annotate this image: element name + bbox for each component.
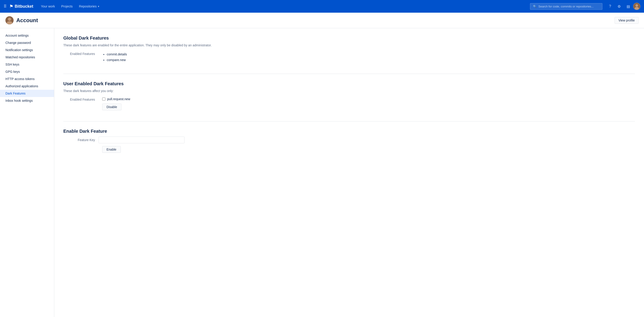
main-content: Global Dark Features These dark features… — [54, 28, 644, 317]
main-layout: Account settings Change password Notific… — [0, 28, 644, 317]
enable-button[interactable]: Enable — [102, 146, 121, 153]
disable-button[interactable]: Disable — [102, 104, 122, 110]
user-dark-features-section: User Enabled Dark Features These dark fe… — [63, 81, 635, 110]
svg-point-1 — [636, 4, 638, 7]
help-icon-btn[interactable]: ? — [606, 2, 614, 10]
repos-arrow-icon: ▾ — [98, 5, 99, 8]
sidebar-item-authorized-applications[interactable]: Authorized applications — [0, 82, 54, 90]
messages-icon-btn[interactable]: ▤ — [624, 2, 632, 10]
global-section-title: Global Dark Features — [63, 36, 635, 41]
user-enabled-label: Enabled Features — [63, 97, 95, 101]
sidebar-item-notification-settings[interactable]: Notification settings — [0, 46, 54, 54]
pull-request-new-checkbox[interactable] — [102, 98, 105, 100]
search-icon: 🔍 — [533, 5, 536, 8]
list-item: commit.details — [107, 52, 127, 57]
search-bar[interactable]: 🔍 Search for code, commits or repositori… — [530, 3, 602, 10]
sidebar-item-account-settings[interactable]: Account settings — [0, 32, 54, 39]
global-dark-features-section: Global Dark Features These dark features… — [63, 36, 635, 63]
sidebar-item-gpg-keys[interactable]: GPG keys — [0, 68, 54, 75]
enable-dark-feature-section: Enable Dark Feature Feature Key Enable — [63, 129, 635, 153]
page-header: Account View profile — [0, 13, 644, 28]
user-enabled-features-row: Enabled Features pull.request.new Disabl… — [63, 97, 635, 110]
pull-request-new-label: pull.request.new — [107, 97, 130, 101]
search-placeholder-text: Search for code, commits or repositories… — [538, 5, 594, 8]
global-enabled-label: Enabled Features — [63, 52, 95, 56]
enable-section-title: Enable Dark Feature — [63, 129, 635, 134]
svg-point-2 — [635, 7, 639, 10]
grid-icon[interactable]: ⠿ — [4, 4, 6, 9]
help-icon: ? — [609, 4, 611, 8]
global-section-description: These dark features are enabled for the … — [63, 44, 635, 47]
nav-projects[interactable]: Projects — [59, 4, 75, 9]
sidebar-item-change-password[interactable]: Change password — [0, 39, 54, 46]
view-profile-button[interactable]: View profile — [614, 17, 638, 24]
feature-key-row: Feature Key — [63, 136, 635, 143]
sidebar-item-watched-repositories[interactable]: Watched repositories — [0, 54, 54, 61]
topnav-icon-group: ? ⚙ ▤ — [606, 2, 640, 10]
feature-key-input[interactable] — [98, 136, 184, 143]
user-feature-controls: pull.request.new Disable — [102, 97, 130, 110]
pull-request-new-row: pull.request.new — [102, 97, 130, 101]
nav-your-work[interactable]: Your work — [39, 4, 57, 9]
logo[interactable]: ⚑ Bitbucket — [9, 4, 33, 9]
svg-point-4 — [8, 18, 11, 21]
user-avatar[interactable] — [633, 3, 640, 10]
global-enabled-features-row: Enabled Features commit.details compare.… — [63, 52, 635, 63]
nav-repositories[interactable]: Repositories ▾ — [77, 4, 102, 9]
sidebar-item-dark-features[interactable]: Dark Features — [0, 90, 54, 97]
page-title: Account — [16, 17, 38, 24]
header-avatar — [6, 16, 14, 24]
page-header-left: Account — [6, 16, 38, 24]
section-divider — [63, 74, 635, 74]
sidebar-item-http-access-tokens[interactable]: HTTP access tokens — [0, 75, 54, 82]
settings-icon: ⚙ — [618, 4, 621, 8]
bitbucket-logo-icon: ⚑ — [9, 4, 13, 9]
settings-icon-btn[interactable]: ⚙ — [615, 2, 623, 10]
top-navigation: ⠿ ⚑ Bitbucket Your work Projects Reposit… — [0, 0, 644, 13]
logo-text: Bitbucket — [15, 4, 33, 9]
section-divider-2 — [63, 121, 635, 122]
list-item: compare.new — [107, 57, 127, 63]
sidebar: Account settings Change password Notific… — [0, 28, 54, 317]
user-section-description: These dark features affect you only: — [63, 89, 635, 93]
sidebar-item-inbox-hook-settings[interactable]: Inbox hook settings — [0, 97, 54, 104]
disable-action-row: Disable — [102, 104, 130, 110]
enable-action-row: Enable — [102, 146, 635, 153]
feature-key-label: Feature Key — [63, 138, 95, 142]
user-section-title: User Enabled Dark Features — [63, 81, 635, 86]
global-features-list: commit.details compare.new — [102, 52, 127, 63]
sidebar-item-ssh-keys[interactable]: SSH keys — [0, 61, 54, 68]
messages-icon: ▤ — [626, 4, 630, 8]
